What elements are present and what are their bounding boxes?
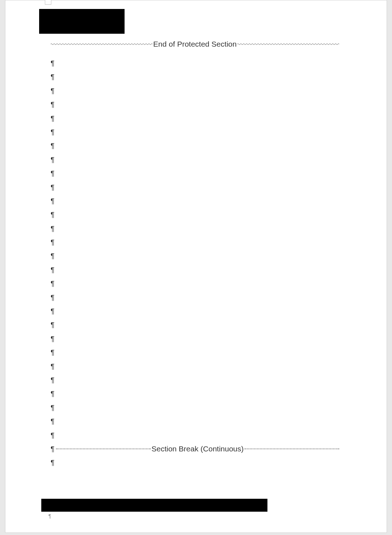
paragraph-mark[interactable]: ¶ — [51, 401, 339, 414]
paragraph-mark[interactable]: ¶ — [51, 98, 339, 111]
paragraph-mark[interactable]: ¶ — [51, 277, 339, 290]
wavy-line-left — [51, 43, 153, 45]
paragraph-mark[interactable]: ¶ — [51, 56, 339, 70]
paragraph-mark[interactable]: ¶ — [51, 346, 339, 359]
editor-background: End of Protected Section ¶¶¶¶¶¶¶¶¶¶¶¶¶¶¶… — [0, 0, 392, 535]
pilcrow-icon-footer: ¶ — [48, 513, 51, 519]
paragraph-after-container[interactable]: ¶ — [51, 456, 339, 469]
protected-section-label: End of Protected Section — [153, 40, 237, 48]
pilcrow-icon: ¶ — [51, 445, 55, 453]
dotted-line-left — [56, 449, 151, 449]
wavy-line-right — [237, 43, 339, 45]
paragraph-mark[interactable]: ¶ — [51, 166, 339, 180]
paragraph-mark[interactable]: ¶ — [51, 125, 339, 139]
paragraph-mark[interactable]: ¶ — [51, 332, 339, 346]
dotted-line-right — [244, 449, 339, 449]
paragraph-mark[interactable]: ¶ — [51, 249, 339, 263]
section-break-divider: ¶ Section Break (Continuous) — [51, 442, 339, 456]
paragraph-mark[interactable]: ¶ — [51, 456, 339, 469]
paragraph-mark[interactable]: ¶ — [51, 153, 339, 166]
paragraph-mark[interactable]: ¶ — [51, 70, 339, 84]
paragraph-mark[interactable]: ¶ — [51, 414, 339, 428]
paragraph-mark[interactable]: ¶ — [51, 304, 339, 318]
paragraph-mark[interactable]: ¶ — [51, 194, 339, 208]
paragraph-mark[interactable]: ¶ — [51, 84, 339, 98]
paragraph-mark[interactable]: ¶ — [51, 373, 339, 387]
paragraph-mark[interactable]: ¶ — [51, 139, 339, 152]
paragraph-mark[interactable]: ¶ — [51, 318, 339, 332]
paragraph-mark[interactable]: ¶ — [51, 112, 339, 125]
end-of-protected-section-divider: End of Protected Section — [51, 40, 339, 48]
paragraph-mark[interactable]: ¶ — [51, 208, 339, 221]
paragraph-mark[interactable]: ¶ — [51, 180, 339, 194]
anchor-marker — [45, 0, 51, 5]
paragraph-mark[interactable]: ¶ — [51, 360, 339, 373]
redacted-block-top — [39, 9, 125, 34]
document-body[interactable]: End of Protected Section ¶¶¶¶¶¶¶¶¶¶¶¶¶¶¶… — [51, 40, 339, 470]
paragraph-mark[interactable]: ¶ — [51, 263, 339, 277]
paragraph-mark[interactable]: ¶ — [51, 291, 339, 304]
document-page[interactable]: End of Protected Section ¶¶¶¶¶¶¶¶¶¶¶¶¶¶¶… — [5, 0, 387, 533]
redacted-block-bottom — [41, 499, 267, 512]
paragraph-mark[interactable]: ¶ — [51, 428, 339, 442]
section-break-label: Section Break (Continuous) — [151, 445, 244, 453]
paragraph-mark[interactable]: ¶ — [51, 387, 339, 400]
paragraph-mark[interactable]: ¶ — [51, 235, 339, 249]
paragraph-mark[interactable]: ¶ — [51, 222, 339, 235]
paragraph-container[interactable]: ¶¶¶¶¶¶¶¶¶¶¶¶¶¶¶¶¶¶¶¶¶¶¶¶¶¶¶¶ — [51, 56, 339, 442]
